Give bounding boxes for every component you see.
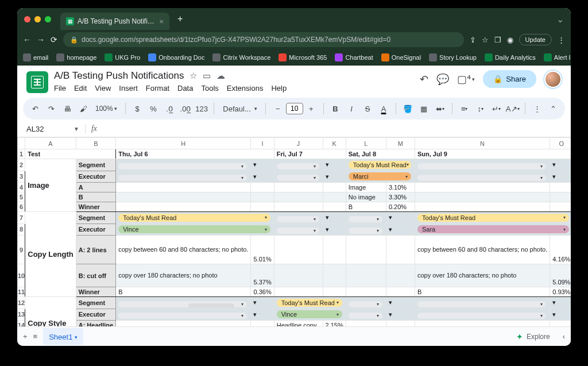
column-headers[interactable]: A B H I J K L M N O P (18, 138, 571, 149)
zoom-select[interactable]: 100% ▾ (93, 103, 119, 114)
row-10[interactable]: 10 (18, 264, 25, 287)
cell-sat[interactable]: Sat, Jul 8 (346, 149, 415, 159)
font-select[interactable]: Defaul... ▾ (219, 103, 260, 114)
menu-data[interactable]: Data (177, 84, 193, 93)
menu-help[interactable]: Help (271, 84, 287, 93)
more-icon[interactable]: ⋮ (531, 102, 543, 115)
bookmark-chartbeat[interactable]: Chartbeat (335, 53, 373, 61)
increase-decimal-icon[interactable]: .00̲ (179, 102, 192, 115)
more-formats-icon[interactable]: 123 (195, 102, 208, 115)
cell-thu[interactable]: Thu, Jul 6 (116, 149, 274, 159)
account-avatar[interactable] (544, 71, 562, 88)
menu-format[interactable]: Format (146, 84, 169, 93)
menu-insert[interactable]: Insert (119, 84, 138, 93)
new-tab-button[interactable]: + (177, 14, 183, 24)
bookmark-icon[interactable]: ☆ (482, 36, 489, 44)
col-O[interactable]: O (550, 138, 571, 149)
forward-icon[interactable]: → (37, 35, 45, 44)
bookmark-m365[interactable]: Microsoft 365 (278, 53, 327, 61)
cell-test-header[interactable]: Test (25, 149, 116, 159)
maximize-window[interactable] (45, 16, 51, 22)
bookmark-alert[interactable]: Alert Ideas (544, 53, 571, 61)
menu-tools[interactable]: Tools (201, 84, 218, 93)
url-field[interactable]: 🔒 docs.google.com/spreadsheets/d/1tzcPfu… (63, 32, 464, 47)
wrap-icon[interactable]: ↵ ▾ (490, 102, 503, 115)
col-L[interactable]: L (346, 138, 386, 149)
cell-sun[interactable]: Sun, Jul 9 (415, 149, 571, 159)
move-icon[interactable]: ▭ (203, 71, 211, 81)
row-12[interactable]: 12 (18, 297, 25, 309)
row-11[interactable]: 11 (18, 287, 25, 297)
row-9[interactable]: 9 (18, 236, 25, 264)
cell-executor[interactable]: Executor (76, 171, 116, 183)
bookmark-email[interactable]: email (23, 53, 48, 61)
redo-icon[interactable]: ↷ (45, 102, 57, 115)
cell[interactable]: Image (346, 183, 386, 192)
strike-icon[interactable]: S (361, 102, 374, 115)
row-2[interactable]: 2 (18, 159, 25, 171)
row-8[interactable]: 8 (18, 224, 25, 236)
row-6[interactable]: 6 (18, 202, 25, 212)
side-collapse-icon[interactable]: ‹ (563, 332, 565, 341)
spreadsheet-grid[interactable]: A B H I J K L M N O P 1 Test Thu, Jul (17, 137, 571, 326)
horizontal-scrollbar[interactable] (39, 303, 565, 309)
profile-icon[interactable]: ◉ (507, 36, 513, 44)
bookmark-citrix[interactable]: Citrix Workspace (212, 53, 270, 61)
bookmark-onesignal[interactable]: OneSignal (381, 53, 421, 61)
increase-font-icon[interactable]: + (305, 102, 318, 115)
paint-format-icon[interactable]: 🖌 (77, 102, 90, 115)
col-A[interactable]: A (25, 138, 76, 149)
col-J[interactable]: J (274, 138, 323, 149)
minimize-window[interactable] (34, 16, 41, 22)
menu-view[interactable]: View (95, 84, 111, 93)
row-3[interactable]: 3 (18, 171, 25, 183)
extensions-icon[interactable]: ❐ (494, 36, 501, 44)
halign-icon[interactable]: ≡ ▾ (458, 102, 471, 115)
row-1[interactable]: 1 (18, 149, 25, 159)
col-M[interactable]: M (386, 138, 415, 149)
explore-button[interactable]: ✦ Explore (516, 332, 550, 341)
percent-icon[interactable]: % (147, 102, 160, 115)
valign-icon[interactable]: ↕ ▾ (474, 102, 487, 115)
text-color-icon[interactable]: A (377, 102, 390, 115)
menu-file[interactable]: File (54, 84, 66, 93)
col-N[interactable]: N (415, 138, 550, 149)
font-size-input[interactable] (286, 103, 303, 114)
col-B[interactable]: B (76, 138, 116, 149)
collapse-toolbar-icon[interactable]: ⌃ (547, 102, 559, 115)
chrome-menu-icon[interactable]: ⋮ (558, 36, 565, 44)
cell-test-image[interactable]: Image (25, 159, 76, 212)
window-controls[interactable] (24, 16, 51, 22)
bold-icon[interactable]: B (329, 102, 342, 115)
decrease-decimal-icon[interactable]: .0̲ (163, 102, 176, 115)
update-button[interactable]: Update (519, 34, 552, 45)
bookmark-storylookup[interactable]: Story Lookup (429, 53, 477, 61)
browser-tab[interactable]: ▦ A/B Testing Push Notifications × (60, 13, 169, 30)
rotate-icon[interactable]: A↗ ▾ (506, 102, 519, 115)
share-page-icon[interactable]: ⇪ (470, 36, 476, 44)
fill-color-icon[interactable]: 🪣 (401, 102, 414, 115)
close-window[interactable] (24, 16, 30, 22)
tab-overflow-icon[interactable]: ⌄ (556, 14, 564, 25)
italic-icon[interactable]: I (345, 102, 358, 115)
col-K[interactable]: K (323, 138, 346, 149)
comments-icon[interactable]: 💬 (436, 73, 449, 86)
cell[interactable]: 3.10% (386, 183, 415, 192)
menu-extensions[interactable]: Extensions (227, 84, 264, 93)
col-H[interactable]: H (116, 138, 251, 149)
row-5[interactable]: 5 (18, 192, 25, 202)
row-14[interactable]: 14 (18, 321, 25, 327)
undo-icon[interactable]: ↶ (29, 102, 41, 115)
bookmark-daily[interactable]: Daily Analytics (485, 53, 536, 61)
sheets-logo[interactable] (26, 71, 48, 93)
col-I[interactable]: I (251, 138, 274, 149)
history-icon[interactable]: ↶ (420, 73, 428, 86)
decrease-font-icon[interactable]: − (272, 102, 284, 115)
name-box[interactable]: AL32 (26, 125, 68, 133)
row-7[interactable]: 7 (18, 212, 25, 224)
menu-edit[interactable]: Edit (74, 84, 87, 93)
row-4[interactable]: 4 (18, 183, 25, 192)
borders-icon[interactable]: ▦ (417, 102, 430, 115)
all-sheets-icon[interactable]: ≡ (33, 332, 38, 341)
bookmark-ukg[interactable]: UKG Pro (105, 53, 140, 61)
